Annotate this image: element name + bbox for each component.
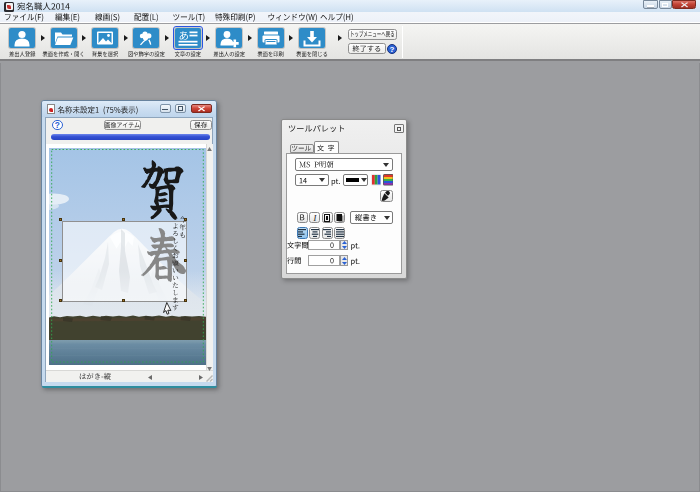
svg-text:?: ? bbox=[389, 45, 394, 54]
svg-text:?: ? bbox=[55, 120, 60, 130]
svg-text:I: I bbox=[313, 213, 318, 222]
